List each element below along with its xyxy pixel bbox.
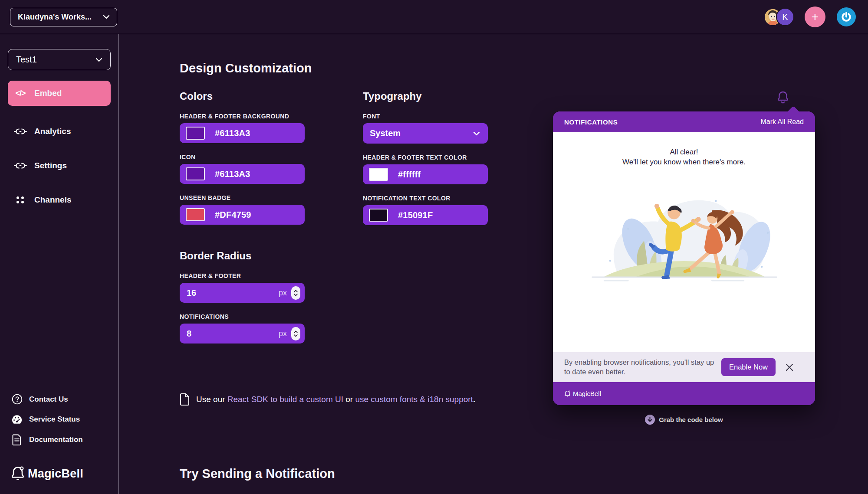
font-select[interactable]: System: [363, 123, 488, 144]
field-label: HEADER & FOOTER BACKGROUND: [180, 113, 305, 120]
field-label: NOTIFICATION TEXT COLOR: [363, 195, 488, 202]
magicbell-logo[interactable]: MagicBell: [10, 465, 83, 482]
gauge-icon: [11, 414, 23, 425]
chevron-down-icon: [95, 58, 102, 62]
footer-link-label: Documentation: [29, 435, 83, 444]
empty-state-title: All clear!: [622, 147, 746, 157]
color-swatch[interactable]: [186, 208, 205, 221]
grab-code-hint: Grab the code below: [553, 415, 815, 425]
color-swatch[interactable]: [186, 127, 205, 140]
contact-us-link[interactable]: Contact Us: [11, 394, 83, 405]
sidebar-item-channels[interactable]: Channels: [8, 189, 111, 211]
unseen-badge-color-field[interactable]: #DF4759: [180, 205, 305, 225]
field-label: HEADER & FOOTER: [180, 272, 305, 279]
mark-all-read-button[interactable]: Mark All Read: [760, 118, 804, 126]
notification-preview: NOTIFICATIONS Mark All Read All clear! W…: [553, 91, 815, 425]
add-workspace-button[interactable]: +: [805, 7, 825, 27]
avatar-stack: K: [765, 7, 793, 27]
color-value: #15091F: [398, 210, 433, 220]
header-footer-radius-field[interactable]: 16 px: [180, 283, 305, 303]
sidebar-item-analytics[interactable]: Analytics: [8, 120, 111, 143]
sdk-doc-icon: [180, 393, 191, 406]
color-swatch[interactable]: [369, 209, 388, 222]
sidebar-footer: Contact Us Service Status Documentation: [11, 394, 83, 445]
stepper-down-icon: [294, 334, 298, 337]
colors-column: Colors HEADER & FOOTER BACKGROUND #6113A…: [180, 90, 305, 344]
field-label: HEADER & FOOTER TEXT COLOR: [363, 154, 488, 161]
number-stepper[interactable]: [291, 327, 300, 340]
bell-icon: [564, 390, 571, 398]
sidebar-item-settings[interactable]: Settings: [8, 154, 111, 177]
footer-link-label: Service Status: [29, 415, 80, 424]
color-swatch[interactable]: [369, 168, 388, 181]
sdk-note-prefix: Use our: [196, 395, 227, 404]
documentation-link[interactable]: Documentation: [11, 434, 83, 445]
code-icon: </>: [14, 89, 27, 98]
empty-state-subtitle: We'll let you know when there's more.: [622, 157, 746, 167]
radius-value: 8: [187, 329, 279, 339]
sidebar: Test1 </> Embed Analytics: [0, 34, 119, 494]
number-stepper[interactable]: [291, 286, 300, 300]
enable-notifications-text: By enabling browser notifications, you'l…: [564, 358, 714, 376]
page-title: Design Customization: [180, 61, 868, 75]
grab-code-label: Grab the code below: [659, 416, 723, 423]
color-value: #6113A3: [215, 128, 250, 138]
service-status-link[interactable]: Service Status: [11, 414, 83, 425]
panel-title: NOTIFICATIONS: [564, 118, 618, 126]
celebration-illustration: [580, 185, 788, 291]
field-label: NOTIFICATIONS: [180, 313, 305, 320]
colors-heading: Colors: [180, 90, 305, 102]
sidebar-item-label: Channels: [34, 195, 72, 205]
color-value: #6113A3: [215, 169, 250, 179]
workspace-selector[interactable]: Klaudyna's Works...: [10, 8, 117, 26]
color-value: #DF4759: [215, 210, 251, 220]
notification-panel: NOTIFICATIONS Mark All Read All clear! W…: [553, 111, 815, 405]
footer-link-label: Contact Us: [29, 395, 68, 404]
header-footer-text-color-field[interactable]: #ffffff: [363, 164, 488, 184]
bell-icon[interactable]: [777, 91, 789, 106]
main-content: Design Customization Colors HEADER & FOO…: [119, 34, 868, 494]
enable-notifications-bar: By enabling browser notifications, you'l…: [553, 352, 815, 382]
unit-label: px: [279, 329, 287, 338]
notification-text-color-field[interactable]: #15091F: [363, 205, 488, 225]
bell-icon: [10, 465, 25, 482]
enable-now-button[interactable]: Enable Now: [721, 358, 776, 376]
field-label: FONT: [363, 113, 488, 120]
custom-fonts-link[interactable]: use custom fonts & i18n support: [355, 395, 473, 404]
sidebar-item-label: Analytics: [34, 127, 71, 136]
icon-color-field[interactable]: #6113A3: [180, 164, 305, 184]
powered-by-label[interactable]: MagicBell: [573, 390, 601, 397]
close-icon[interactable]: [783, 360, 796, 374]
connector-icon: [14, 162, 27, 169]
try-sending-title: Try Sending a Notification: [180, 467, 868, 481]
plus-icon: +: [812, 11, 819, 23]
field-label: ICON: [180, 154, 305, 160]
stepper-up-icon: [294, 290, 298, 292]
border-radius-heading: Border Radius: [180, 250, 305, 262]
color-value: #ffffff: [398, 170, 421, 180]
color-swatch[interactable]: [186, 167, 205, 180]
arrow-down-icon: [645, 415, 655, 425]
power-icon: [841, 11, 852, 23]
workspace-avatar[interactable]: K: [776, 8, 794, 26]
sidebar-item-label: Settings: [34, 161, 67, 170]
radius-value: 16: [187, 288, 279, 298]
project-selector[interactable]: Test1: [8, 49, 111, 70]
help-icon: [11, 394, 23, 405]
sidebar-nav: </> Embed Analytics Settings: [8, 81, 111, 223]
header-footer-background-field[interactable]: #6113A3: [180, 123, 305, 143]
sidebar-item-label: Embed: [34, 88, 62, 98]
notifications-radius-field[interactable]: 8 px: [180, 324, 305, 344]
sdk-note-middle: or: [343, 395, 355, 404]
panel-body: All clear! We'll let you know when there…: [553, 132, 815, 352]
project-selector-label: Test1: [16, 55, 37, 65]
account-menu-button[interactable]: [837, 7, 856, 26]
brand-name: MagicBell: [28, 467, 83, 481]
panel-header: NOTIFICATIONS Mark All Read: [553, 111, 815, 132]
unit-label: px: [279, 288, 287, 298]
empty-state-text: All clear! We'll let you know when there…: [622, 147, 746, 167]
chevron-down-icon: [473, 131, 480, 136]
sidebar-item-embed[interactable]: </> Embed: [8, 81, 111, 106]
topbar: Klaudyna's Works...: [0, 0, 868, 34]
react-sdk-link[interactable]: React SDK to build a custom UI: [227, 395, 343, 404]
